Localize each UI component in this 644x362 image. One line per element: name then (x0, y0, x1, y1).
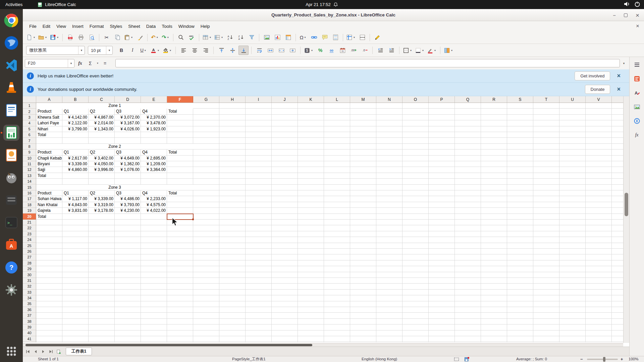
spelling-button[interactable]: ABC (186, 33, 197, 42)
vertical-scrollbar-thumb[interactable] (625, 193, 628, 216)
zoom-slider-handle[interactable] (603, 357, 605, 362)
cell-E18[interactable]: ¥ 4,575.00 (141, 202, 167, 208)
special-character-button[interactable]: Ω▾ (298, 33, 308, 42)
row-header-19[interactable]: 19 (23, 208, 36, 214)
merge-and-center-cells-button[interactable] (265, 46, 275, 55)
cell-C12[interactable]: ¥ 3,996.00 (89, 167, 115, 173)
cell-C19[interactable]: ¥ 3,178.00 (89, 208, 115, 214)
row-header-29[interactable]: 29 (23, 266, 36, 272)
find-and-replace-button[interactable] (176, 33, 186, 42)
save-button[interactable]: ▾ (49, 33, 60, 42)
align-left-button[interactable] (178, 46, 189, 55)
cell-A20[interactable]: Total (36, 214, 62, 220)
insert-comment-button[interactable] (320, 33, 330, 42)
insert-row-button[interactable]: ▾ (202, 33, 213, 42)
save-dropdown-icon[interactable]: ▾ (56, 36, 59, 39)
cell-A17[interactable]: Sohan Halwa (36, 196, 62, 202)
row-header-1[interactable]: 1 (23, 103, 36, 109)
menu-format[interactable]: Format (87, 22, 107, 30)
cell-E2[interactable]: Q4 (141, 109, 167, 114)
cell-A10[interactable]: Chapli Kebab (36, 156, 62, 161)
new-document-button[interactable]: ▾ (25, 33, 37, 42)
cell-B16[interactable]: Q1 (62, 190, 89, 196)
row-header-18[interactable]: 18 (23, 202, 36, 208)
name-box-dropdown-icon[interactable]: ▾ (68, 59, 74, 67)
row-header-40[interactable]: 40 (23, 330, 36, 336)
row-header-39[interactable]: 39 (23, 324, 36, 330)
cell-C3[interactable]: ¥ 4,867.00 (89, 115, 115, 120)
row-header-6[interactable]: 6 (23, 132, 36, 138)
cell-D19[interactable]: ¥ 4,230.00 (115, 208, 141, 214)
row-header-23[interactable]: 23 (23, 231, 36, 237)
column-header-V[interactable]: V (586, 96, 612, 103)
cell-D16[interactable]: Q3 (115, 190, 141, 196)
font-name-combobox[interactable]: 微软雅黑 ▾ (26, 46, 85, 55)
insert-image-button[interactable] (262, 33, 272, 42)
dock-item-writer[interactable] (3, 102, 19, 118)
dock-item-help[interactable]: ? (3, 259, 19, 276)
highlighting-color-dropdown-icon[interactable]: ▾ (169, 49, 172, 52)
insert-row-dropdown-icon[interactable]: ▾ (209, 36, 212, 39)
column-header-P[interactable]: P (429, 96, 455, 103)
row-header-28[interactable]: 28 (23, 260, 36, 266)
cell-B3[interactable]: ¥ 4,142.00 (62, 115, 89, 120)
cell-A2[interactable]: Product (36, 109, 62, 114)
cell-C5[interactable]: ¥ 1,343.00 (89, 126, 115, 132)
function-wizard-button[interactable]: fx (76, 59, 85, 67)
sidebar-styles-button[interactable]: A (631, 87, 643, 99)
cell-A13[interactable]: Total (36, 173, 62, 179)
cell-E4[interactable]: ¥ 3,478.00 (141, 120, 167, 126)
cell-B19[interactable]: ¥ 3,831.00 (62, 208, 89, 214)
copy-button[interactable] (112, 33, 122, 42)
sidebar-sidebar-menu-button[interactable] (631, 59, 643, 71)
row-header-7[interactable]: 7 (23, 138, 36, 143)
infobar-action-button[interactable]: Get involved (575, 71, 610, 80)
cell-B12[interactable]: ¥ 4,860.00 (62, 167, 89, 173)
special-character-dropdown-icon[interactable]: ▾ (304, 36, 307, 39)
dock-item-software[interactable]: A (3, 237, 19, 253)
row-header-21[interactable]: 21 (23, 220, 36, 225)
menu-window[interactable]: Window (175, 22, 198, 30)
delete-decimal-place-button[interactable]: .0 (360, 46, 370, 55)
column-header-E[interactable]: E (141, 96, 167, 103)
infobar-close-icon[interactable]: × (617, 86, 621, 93)
cell-A18[interactable]: Nan Khatai (36, 202, 62, 208)
dock-item-chrome[interactable] (3, 12, 19, 28)
row-header-27[interactable]: 27 (23, 254, 36, 260)
cell-D12[interactable]: ¥ 1,076.00 (115, 167, 141, 173)
row-header-4[interactable]: 4 (23, 120, 36, 126)
border-color-dropdown-icon[interactable]: ▾ (433, 49, 437, 52)
align-center-button[interactable] (190, 46, 200, 55)
cell-A9[interactable]: Product (36, 149, 62, 155)
column-header-L[interactable]: L (324, 96, 350, 103)
autofilter-button[interactable] (247, 33, 257, 42)
clone-formatting-button[interactable] (135, 33, 145, 42)
activities-button[interactable]: Activities (0, 0, 28, 9)
close-button[interactable]: × (636, 12, 639, 18)
cell-C2[interactable]: Q2 (89, 109, 115, 114)
row-header-35[interactable]: 35 (23, 301, 36, 307)
horizontal-scrollbar-thumb[interactable] (25, 344, 312, 346)
cell-D9[interactable]: Q3 (115, 149, 141, 155)
cell-C16[interactable]: Q2 (89, 190, 115, 196)
cell-A15[interactable]: Zone 3 (36, 185, 193, 190)
next-sheet-button[interactable] (40, 348, 47, 355)
column-header-A[interactable]: A (36, 96, 62, 103)
formula-button[interactable]: = (101, 59, 109, 67)
cell-D2[interactable]: Q3 (115, 109, 141, 114)
last-sheet-button[interactable] (47, 348, 54, 355)
column-header-C[interactable]: C (89, 96, 115, 103)
row-header-13[interactable]: 13 (23, 173, 36, 179)
cell-D4[interactable]: ¥ 3,167.00 (115, 120, 141, 126)
show-draw-functions-button[interactable] (372, 33, 382, 42)
font-size-dropdown-icon[interactable]: ▾ (106, 46, 112, 54)
column-header-O[interactable]: O (402, 96, 429, 103)
cell-E12[interactable]: ¥ 3,364.00 (141, 167, 167, 173)
column-header-H[interactable]: H (219, 96, 246, 103)
cell-F2[interactable]: Total (167, 109, 193, 114)
column-header-M[interactable]: M (350, 96, 376, 103)
column-header-N[interactable]: N (376, 96, 402, 103)
cell-C4[interactable]: ¥ 2,014.00 (89, 120, 115, 126)
print-preview-button[interactable] (87, 33, 97, 42)
column-header-K[interactable]: K (298, 96, 324, 103)
